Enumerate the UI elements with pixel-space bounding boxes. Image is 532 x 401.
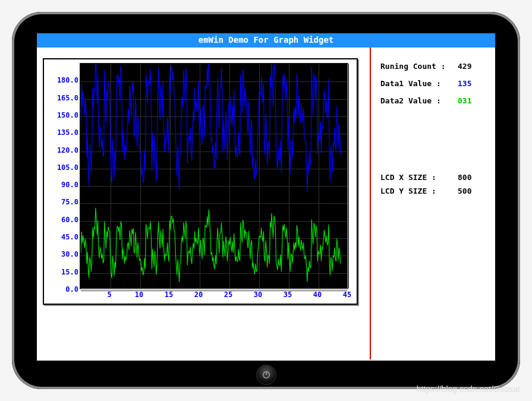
- y-tick-label: 15.0: [48, 268, 78, 276]
- x-tick-label: 40: [313, 291, 322, 299]
- y-tick-label: 0.0: [48, 285, 78, 293]
- x-tick-label: 15: [165, 291, 173, 299]
- y-tick-label: 150.0: [48, 111, 78, 119]
- x-tick-label: 35: [284, 291, 292, 299]
- x-tick-label: 20: [194, 291, 203, 299]
- info-panel: Runing Count : 429 Data1 Value : 135 Dat…: [371, 48, 495, 359]
- y-tick-label: 90.0: [48, 181, 78, 189]
- y-tick-label: 180.0: [48, 76, 78, 84]
- y-tick-label: 45.0: [48, 233, 78, 241]
- lcd-x-value: 800: [458, 173, 483, 182]
- y-tick-label: 75.0: [48, 198, 78, 206]
- tablet-bezel: emWin Demo For Graph Widget 0.015.030.04…: [12, 12, 520, 389]
- y-tick-label: 165.0: [48, 94, 78, 102]
- data2-label: Data2 Value :: [380, 96, 458, 105]
- running-count-label: Runing Count :: [380, 62, 458, 71]
- x-tick-label: 25: [224, 291, 232, 299]
- lcd-x-row: LCD X SIZE : 800: [380, 173, 483, 182]
- running-count-row: Runing Count : 429: [380, 62, 483, 71]
- trace-data1: [81, 64, 341, 192]
- data2-row: Data2 Value : 031: [380, 96, 483, 105]
- running-count-value: 429: [458, 62, 483, 71]
- data2-value: 031: [458, 96, 483, 105]
- lcd-y-label: LCD Y SIZE :: [380, 187, 458, 195]
- data1-value: 135: [458, 79, 483, 88]
- data1-row: Data1 Value : 135: [380, 79, 483, 88]
- watermark: https://blog.csdn.net/Geosat: [417, 384, 520, 394]
- lcd-y-row: LCD Y SIZE : 500: [380, 187, 483, 195]
- lcd-y-value: 500: [458, 187, 483, 195]
- power-button[interactable]: [256, 365, 276, 385]
- y-tick-label: 135.0: [48, 128, 78, 137]
- app-title: emWin Demo For Graph Widget: [199, 35, 334, 45]
- graph-frame: 0.015.030.045.060.075.090.0105.0120.0135…: [43, 58, 358, 305]
- y-tick-label: 120.0: [48, 146, 78, 154]
- lcd-x-label: LCD X SIZE :: [380, 173, 458, 182]
- trace-data2: [81, 208, 341, 282]
- plot-area[interactable]: [80, 63, 348, 289]
- power-icon: [262, 370, 271, 380]
- x-tick-label: 10: [135, 291, 143, 299]
- data1-label: Data1 Value :: [380, 79, 458, 88]
- x-tick-label: 5: [107, 291, 111, 299]
- y-tick-label: 30.0: [48, 250, 78, 258]
- x-tick-label: 45: [343, 291, 351, 299]
- title-bar: emWin Demo For Graph Widget: [37, 33, 495, 48]
- y-tick-label: 60.0: [48, 216, 78, 224]
- content-area: 0.015.030.045.060.075.090.0105.0120.0135…: [37, 48, 495, 359]
- y-tick-label: 105.0: [48, 163, 78, 172]
- x-tick-label: 30: [254, 291, 262, 299]
- screen: emWin Demo For Graph Widget 0.015.030.04…: [37, 33, 495, 361]
- graph-panel: 0.015.030.045.060.075.090.0105.0120.0135…: [37, 48, 370, 359]
